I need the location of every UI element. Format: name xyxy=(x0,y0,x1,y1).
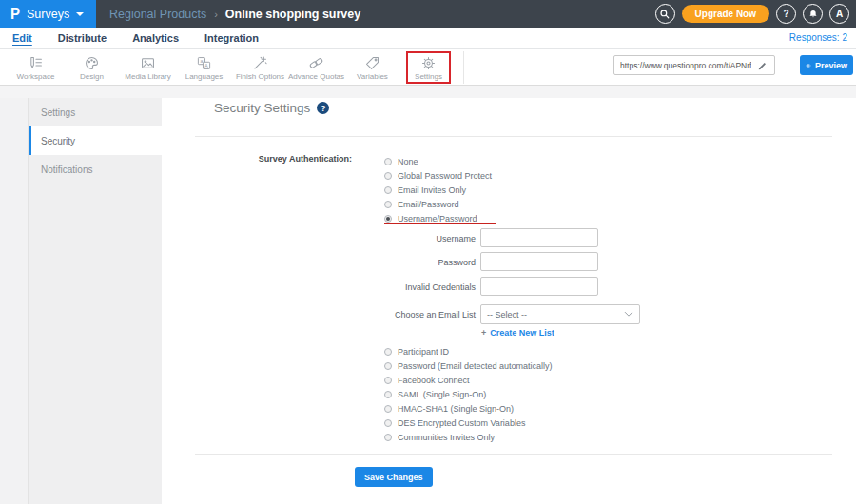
settings-sidebar: Settings Security Notifications xyxy=(29,98,162,504)
avatar[interactable]: A xyxy=(829,4,849,24)
upgrade-now-button[interactable]: Upgrade Now xyxy=(682,5,769,23)
create-new-list-label: Create New List xyxy=(490,328,554,338)
toolbar-divider xyxy=(463,51,464,84)
sidebar-item-label: Security xyxy=(41,136,75,146)
annotation-underline xyxy=(384,223,496,224)
breadcrumb: Regional Products › Online shopping surv… xyxy=(109,8,360,21)
radio-option-participant-id[interactable]: Participant ID xyxy=(384,344,553,359)
search-button[interactable] xyxy=(655,4,675,24)
email-list-select[interactable]: -- Select -- xyxy=(480,304,640,324)
surveys-menu[interactable]: P Surveys xyxy=(0,0,96,28)
edit-url-button[interactable] xyxy=(753,60,770,70)
create-new-list-link[interactable]: + Create New List xyxy=(481,328,554,338)
radio-option-saml[interactable]: SAML (Single Sign-On) xyxy=(384,387,553,401)
radio-label: None xyxy=(398,157,418,166)
toolbar-item-advance-quotas[interactable]: Advance Quotas xyxy=(288,49,344,86)
preview-button[interactable]: Preview xyxy=(800,55,853,75)
survey-url-input[interactable] xyxy=(618,60,753,71)
help-button[interactable]: ? xyxy=(776,4,796,24)
radio-circle-icon xyxy=(384,186,392,194)
tab-distribute[interactable]: Distribute xyxy=(58,32,107,44)
radio-option-global-password-protect[interactable]: Global Password Protect xyxy=(384,168,492,183)
username-field[interactable] xyxy=(480,228,598,247)
media-library-icon xyxy=(140,55,156,71)
toolbar-item-finish-options[interactable]: Finish Options xyxy=(232,49,288,86)
top-bar: P Surveys Regional Products › Online sho… xyxy=(0,0,856,28)
radio-circle-icon xyxy=(384,362,392,370)
invalid-credentials-field[interactable] xyxy=(480,277,598,296)
radio-label: Email/Password xyxy=(398,200,459,209)
radio-option-password-email-detected[interactable]: Password (Email detected automatically) xyxy=(384,359,553,373)
radio-label: Facebook Connect xyxy=(398,376,470,385)
email-list-selected-value: -- Select -- xyxy=(487,310,527,320)
languages-icon: aA xyxy=(196,55,212,71)
radio-label: Participant ID xyxy=(398,347,449,357)
bell-icon xyxy=(807,9,819,20)
radio-label: SAML (Single Sign-On) xyxy=(398,390,486,399)
caret-down-icon xyxy=(76,12,84,16)
plus-icon: + xyxy=(481,328,486,338)
password-label: Password xyxy=(285,258,476,267)
toolbar-item-design[interactable]: Design xyxy=(64,49,120,86)
password-field[interactable] xyxy=(480,252,598,271)
gear-icon xyxy=(420,55,437,71)
svg-text:a: a xyxy=(201,57,204,63)
radio-option-facebook-connect[interactable]: Facebook Connect xyxy=(384,373,553,387)
heading-divider xyxy=(195,136,832,137)
radio-option-email-invites-only[interactable]: Email Invites Only xyxy=(384,183,492,197)
eye-icon xyxy=(806,61,811,70)
toolbar-item-label: Finish Options xyxy=(236,72,284,81)
radio-option-email-password[interactable]: Email/Password xyxy=(384,197,492,211)
notifications-button[interactable] xyxy=(803,4,823,24)
toolbar-item-settings[interactable]: Settings xyxy=(400,49,457,86)
left-gutter xyxy=(0,98,29,504)
responses-count[interactable]: Responses: 2 xyxy=(789,32,847,43)
tab-integration[interactable]: Integration xyxy=(204,32,259,44)
active-indicator xyxy=(29,126,31,155)
magic-wand-icon xyxy=(252,55,268,71)
tab-edit[interactable]: Edit xyxy=(12,32,32,44)
radio-circle-icon xyxy=(384,201,392,208)
toolbar-item-label: Workspace xyxy=(17,72,55,81)
radio-option-communities-invites[interactable]: Communities Invites Only xyxy=(384,430,553,444)
radio-option-none[interactable]: None xyxy=(384,154,492,168)
radio-circle-icon xyxy=(384,172,392,180)
tag-icon xyxy=(364,55,380,71)
pencil-icon xyxy=(757,60,768,70)
breadcrumb-parent[interactable]: Regional Products xyxy=(109,8,206,21)
chain-link-icon xyxy=(308,55,324,71)
chevron-down-icon xyxy=(624,311,633,318)
radio-option-des-encrypted[interactable]: DES Encrypted Custom Variables xyxy=(384,416,553,430)
breadcrumb-current: Online shopping survey xyxy=(225,8,360,21)
auth-options-bottom: Participant ID Password (Email detected … xyxy=(384,344,553,444)
toolbar-item-languages[interactable]: aA Languages xyxy=(176,49,232,86)
toolbar-item-workspace[interactable]: Workspace xyxy=(8,49,64,86)
design-palette-icon xyxy=(84,55,100,71)
radio-circle-icon xyxy=(384,419,392,427)
email-list-label: Choose an Email List xyxy=(285,310,476,320)
workspace-icon xyxy=(28,55,44,71)
tab-analytics[interactable]: Analytics xyxy=(132,32,179,44)
sidebar-item-label: Notifications xyxy=(41,165,92,175)
radio-label: Global Password Protect xyxy=(398,171,492,181)
heading-help-icon[interactable]: ? xyxy=(317,102,329,114)
svg-text:A: A xyxy=(204,62,208,68)
search-icon xyxy=(659,9,671,20)
radio-circle-icon xyxy=(384,434,392,441)
sidebar-item-security[interactable]: Security xyxy=(29,126,162,155)
toolbar-item-variables[interactable]: Variables xyxy=(344,49,400,86)
sidebar-item-settings[interactable]: Settings xyxy=(29,98,162,126)
footer-divider xyxy=(195,454,832,455)
surveys-menu-label: Surveys xyxy=(27,8,69,21)
radio-circle-icon xyxy=(384,405,392,413)
toolbar-item-media-library[interactable]: Media Library xyxy=(120,49,176,86)
save-changes-button[interactable]: Save Changes xyxy=(355,467,433,487)
toolbar-item-label: Variables xyxy=(357,72,388,81)
radio-option-hmac-sha1[interactable]: HMAC-SHA1 (Single Sign-On) xyxy=(384,401,553,416)
toolbar-item-label: Media Library xyxy=(125,72,170,81)
radio-label: DES Encrypted Custom Variables xyxy=(398,418,525,428)
sidebar-item-notifications[interactable]: Notifications xyxy=(29,155,162,184)
radio-circle-icon xyxy=(384,377,392,384)
radio-circle-icon xyxy=(384,348,392,356)
toolbar-item-label: Languages xyxy=(185,72,224,81)
